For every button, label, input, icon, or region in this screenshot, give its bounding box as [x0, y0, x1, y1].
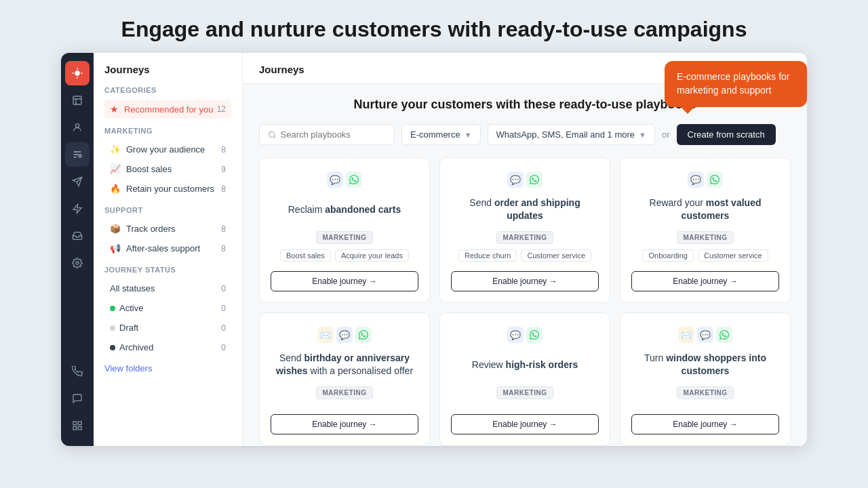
ecommerce-filter[interactable]: E-commerce ▼	[401, 124, 481, 145]
card-window-shoppers: ✉️ 💬 Turn window shoppers into customers…	[620, 312, 791, 446]
aftersales-label: After-sales support	[126, 243, 200, 253]
svg-point-4	[75, 124, 79, 127]
svg-line-13	[274, 136, 275, 138]
inbox-icon[interactable]	[65, 224, 90, 248]
enable-journey-btn-3[interactable]: Enable journey →	[631, 271, 779, 291]
enable-journey-btn-1[interactable]: Enable journey →	[271, 271, 418, 291]
active-dot	[110, 306, 115, 311]
card-2-channels: 💬	[507, 171, 542, 188]
svg-rect-1	[73, 96, 81, 104]
nav-item-draft[interactable]: Draft 0	[104, 319, 231, 337]
grow-count: 8	[221, 145, 226, 155]
enable-journey-btn-2[interactable]: Enable journey →	[451, 271, 599, 291]
create-from-scratch-button[interactable]: Create from scratch	[677, 124, 776, 145]
email-channel-icon: ✉️	[317, 327, 334, 343]
chevron-down-icon-2: ▼	[639, 131, 646, 139]
nav-item-track[interactable]: 📦 Track orders 8	[104, 220, 231, 238]
card-2-badge: MARKETING	[496, 231, 553, 244]
main-page-label: Journeys	[259, 64, 304, 75]
whatsapp-channel-icon-4	[355, 327, 372, 343]
svg-rect-10	[78, 427, 81, 430]
phone-icon[interactable]	[65, 359, 90, 384]
search-icon	[268, 130, 277, 140]
nav-item-active[interactable]: Active 0	[104, 299, 231, 317]
track-count: 8	[221, 224, 226, 234]
whatsapp-channel-icon	[346, 171, 362, 188]
apps-icon[interactable]	[65, 413, 90, 438]
star-icon: ★	[110, 104, 119, 115]
card-abandoned-carts: 💬 Reclaim abandoned carts MARKETING Boos…	[259, 157, 430, 303]
card-2-tags: Reduce churn Customer service	[458, 249, 591, 262]
card-3-badge: MARKETING	[677, 231, 733, 244]
enable-journey-btn-6[interactable]: Enable journey →	[631, 414, 779, 434]
card-1-title: Reclaim abandoned carts	[288, 196, 401, 223]
enable-journey-btn-5[interactable]: Enable journey →	[451, 414, 599, 434]
card-5-channels: 💬	[507, 327, 542, 343]
whatsapp-channel-icon-5	[526, 327, 542, 343]
card-valued-customers: 💬 Reward your most valued customers MARK…	[620, 157, 791, 303]
tag-onboarding: Onboarding	[642, 249, 694, 262]
chat-channel-icon-5: 💬	[507, 327, 524, 343]
tag-acquire-leads: Acquire your leads	[335, 249, 409, 262]
nav-item-archived[interactable]: Archived 0	[104, 338, 231, 357]
svg-marker-6	[73, 205, 81, 214]
card-4-title: Send birthday or anniversary wishes with…	[271, 351, 418, 378]
home-icon[interactable]	[65, 61, 90, 85]
tag-customer-service-2: Customer service	[698, 249, 768, 262]
card-high-risk-orders: 💬 Review high-risk orders MARKETING Enab…	[439, 312, 610, 446]
user-icon[interactable]	[65, 115, 90, 140]
page-header: Engage and nurture customers with ready-…	[0, 0, 868, 53]
contacts-icon[interactable]	[65, 88, 90, 113]
journey-status-label: Journey status	[104, 266, 231, 274]
nav-item-all-statuses[interactable]: All statuses 0	[104, 279, 231, 298]
svg-point-12	[269, 131, 275, 137]
channel-filter[interactable]: WhatsApp, SMS, Email and 1 more ▼	[488, 124, 655, 145]
svg-point-0	[75, 71, 80, 77]
retain-count: 8	[221, 184, 226, 194]
svg-rect-9	[78, 422, 81, 425]
track-label: Track orders	[126, 224, 175, 234]
or-text: or	[662, 129, 670, 140]
card-6-channels: ✉️ 💬	[678, 327, 732, 343]
content-area: Nurture your customers with these ready-…	[243, 84, 807, 446]
boost-icon: 📈	[110, 164, 121, 174]
nav-item-aftersales[interactable]: 📢 After-sales support 8	[104, 239, 231, 258]
chat-icon[interactable]	[65, 386, 90, 411]
recommended-count: 12	[217, 104, 226, 114]
whatsapp-channel-icon-3	[707, 171, 723, 188]
aftersales-icon: 📢	[110, 243, 121, 253]
card-2-title: Send order and shipping updates	[451, 196, 599, 223]
active-label: Active	[119, 303, 143, 313]
settings-icon[interactable]	[65, 251, 90, 275]
card-4-channels: ✉️ 💬	[317, 327, 372, 343]
archived-count: 0	[221, 343, 226, 352]
track-icon: 📦	[110, 224, 121, 234]
nav-item-grow[interactable]: ✨ Grow your audience 8	[104, 140, 231, 159]
card-6-title: Turn window shoppers into customers	[631, 351, 779, 378]
draft-count: 0	[221, 323, 226, 333]
search-input[interactable]	[281, 129, 386, 140]
tag-customer-service-1: Customer service	[521, 249, 591, 262]
enable-journey-btn-4[interactable]: Enable journey →	[271, 414, 418, 434]
chat-channel-icon-3: 💬	[688, 171, 704, 188]
card-1-badge: MARKETING	[316, 231, 372, 244]
active-count: 0	[221, 304, 226, 313]
svg-rect-11	[73, 427, 77, 430]
svg-point-5	[79, 155, 81, 157]
chat-channel-icon: 💬	[327, 171, 343, 188]
view-folders-link[interactable]: View folders	[104, 363, 153, 373]
archived-dot	[110, 345, 115, 350]
svg-point-7	[76, 262, 79, 264]
nav-item-recommended[interactable]: ★ Recommended for you 12	[104, 100, 231, 119]
nav-item-boost[interactable]: 📈 Boost sales 9	[104, 160, 231, 178]
nav-item-retain[interactable]: 🔥 Retain your customers 8	[104, 180, 231, 198]
grow-icon: ✨	[110, 144, 121, 155]
search-box[interactable]	[259, 124, 395, 145]
card-birthday-wishes: ✉️ 💬 Send birthday or anniversary wishes…	[259, 312, 430, 446]
email-channel-icon-2: ✉️	[678, 327, 694, 343]
automation-icon[interactable]	[65, 197, 90, 221]
campaigns-icon[interactable]	[65, 169, 90, 194]
chat-channel-icon-4: 💬	[336, 327, 353, 343]
journeys-icon[interactable]	[65, 142, 90, 167]
tag-boost-sales: Boost sales	[280, 249, 331, 262]
